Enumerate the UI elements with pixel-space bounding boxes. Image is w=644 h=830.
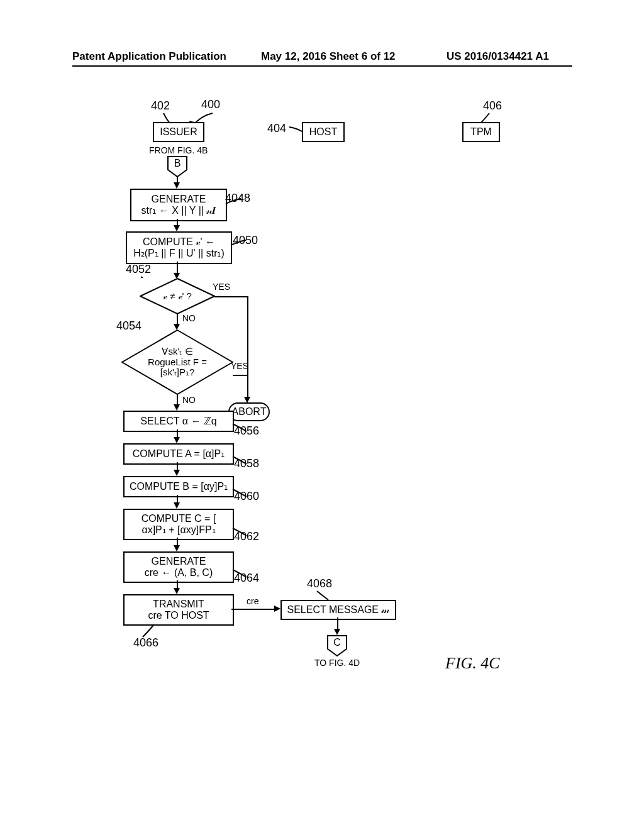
step-4060-text: COMPUTE B = [αy]P₁ bbox=[130, 481, 228, 492]
step-4064-line1: GENERATE bbox=[152, 556, 206, 567]
header-rule bbox=[72, 65, 572, 67]
step-4066: TRANSMIT cre TO HOST bbox=[123, 594, 234, 626]
patent-page: Patent Application Publication May 12, 2… bbox=[0, 0, 644, 830]
arrow bbox=[174, 225, 180, 231]
step-4062-line1: COMPUTE C = [ bbox=[142, 513, 216, 524]
connector-b-label: B bbox=[167, 158, 187, 169]
abort-label: ABORT bbox=[232, 406, 267, 418]
connector-b: B bbox=[167, 156, 187, 177]
ref-406: 406 bbox=[483, 99, 502, 113]
from-caption: FROM FIG. 4B bbox=[149, 145, 208, 155]
arrow bbox=[174, 545, 180, 551]
ref-404: 404 bbox=[267, 122, 286, 135]
arrow bbox=[174, 437, 180, 443]
arrow bbox=[174, 588, 180, 594]
line bbox=[177, 262, 178, 274]
no-4052: NO bbox=[182, 313, 196, 323]
ref-4062: 4062 bbox=[234, 530, 259, 543]
decision-4052: 𝓋 ≠ 𝓋' ? bbox=[140, 278, 215, 314]
svg-marker-3 bbox=[122, 330, 233, 394]
line bbox=[231, 609, 275, 610]
line bbox=[247, 296, 248, 398]
ref-4064: 4064 bbox=[234, 572, 259, 585]
step-4058: COMPUTE A = [α]P₁ bbox=[123, 443, 234, 465]
ref-4056: 4056 bbox=[234, 424, 259, 438]
step-4050: COMPUTE 𝓋' ← H₂(P₁ || F || U' || str₁) bbox=[126, 231, 232, 264]
tpm-label: TPM bbox=[470, 126, 492, 138]
ref-402: 402 bbox=[151, 99, 170, 113]
ref-4068: 4068 bbox=[307, 577, 332, 590]
step-4066-line1: TRANSMIT bbox=[153, 599, 204, 610]
step-4062: COMPUTE C = [ αx]P₁ + [αxy]FP₁ bbox=[123, 509, 234, 540]
ref-4050: 4050 bbox=[233, 234, 258, 247]
line bbox=[214, 296, 247, 297]
ref-4048: 4048 bbox=[225, 192, 250, 205]
step-4050-line1: COMPUTE 𝓋' ← bbox=[143, 236, 215, 248]
connector-c-label: C bbox=[327, 637, 347, 648]
svg-marker-2 bbox=[140, 279, 214, 314]
line bbox=[233, 375, 247, 376]
arrow bbox=[174, 404, 180, 411]
yes-4054: YES bbox=[231, 361, 248, 371]
step-4048-line2: str₁ ← X || Y || 𝓃𝑰 bbox=[142, 205, 216, 216]
step-4056-text: SELECT α ← ℤq bbox=[140, 416, 216, 427]
header-left: Patent Application Publication bbox=[72, 50, 226, 63]
tpm-box: TPM bbox=[462, 122, 500, 142]
figure-label: FIG. 4C bbox=[445, 654, 500, 673]
connector-c: C bbox=[327, 635, 347, 656]
arrow bbox=[174, 182, 180, 189]
header-center: May 12, 2016 Sheet 6 of 12 bbox=[261, 50, 396, 63]
issuer-box: ISSUER bbox=[153, 122, 204, 142]
ref-400: 400 bbox=[201, 98, 220, 111]
step-4066-line2: cre TO HOST bbox=[148, 610, 209, 621]
ref-4066: 4066 bbox=[133, 636, 158, 650]
host-label: HOST bbox=[309, 126, 337, 138]
step-4056: SELECT α ← ℤq bbox=[123, 411, 234, 432]
decision-4054: ∀sk'ₜ ∈ RogueList F = [sk'ₜ]P₁? bbox=[121, 329, 233, 395]
ref-4052: 4052 bbox=[126, 263, 151, 276]
step-4050-line2: H₂(P₁ || F || U' || str₁) bbox=[133, 248, 225, 259]
step-4068-text: SELECT MESSAGE 𝓂 bbox=[287, 604, 390, 616]
step-4064-line2: cre ← (A, B, C) bbox=[145, 567, 213, 578]
to-caption: TO FIG. 4D bbox=[314, 658, 360, 668]
step-4058-text: COMPUTE A = [α]P₁ bbox=[133, 448, 225, 460]
yes-4052: YES bbox=[213, 282, 230, 292]
arrow bbox=[334, 629, 340, 635]
abort-oval: ABORT bbox=[228, 402, 270, 421]
header-right: US 2016/0134421 A1 bbox=[447, 50, 549, 63]
issuer-label: ISSUER bbox=[160, 126, 197, 138]
cre-label: cre bbox=[247, 596, 258, 606]
no-4054: NO bbox=[182, 395, 196, 405]
step-4068: SELECT MESSAGE 𝓂 bbox=[280, 600, 396, 620]
step-4062-line2: αx]P₁ + [αxy]FP₁ bbox=[142, 524, 215, 536]
step-4048: GENERATE str₁ ← X || Y || 𝓃𝑰 bbox=[130, 189, 227, 221]
ref-4060: 4060 bbox=[234, 490, 259, 503]
line bbox=[337, 617, 338, 630]
ref-4058: 4058 bbox=[234, 457, 259, 470]
step-4048-line1: GENERATE bbox=[152, 194, 206, 205]
step-4064: GENERATE cre ← (A, B, C) bbox=[123, 551, 234, 583]
host-box: HOST bbox=[302, 122, 345, 142]
arrow bbox=[274, 606, 280, 612]
step-4060: COMPUTE B = [αy]P₁ bbox=[123, 476, 234, 497]
arrow bbox=[174, 502, 180, 509]
arrow bbox=[174, 470, 180, 476]
